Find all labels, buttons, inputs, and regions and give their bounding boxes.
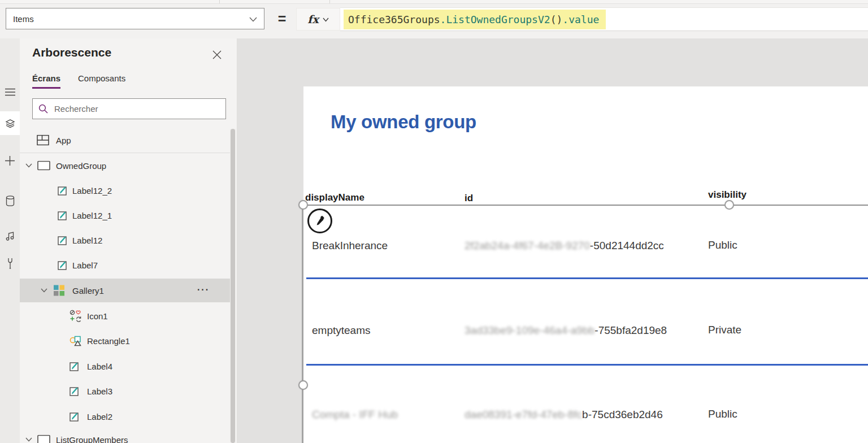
tree-item-label: Label12	[72, 236, 102, 245]
row-separator-line[interactable]	[306, 364, 868, 366]
wrench-icon	[6, 258, 14, 269]
fx-icon: fx	[307, 13, 319, 25]
id-clear-part: b-75cd36eb2d46	[582, 409, 663, 420]
label-icon	[58, 260, 68, 270]
id-blurred-part: dae08391-e7fd-47eb-8fc	[465, 409, 582, 420]
tree-item-label: App	[56, 136, 71, 145]
data-rail-button[interactable]	[0, 189, 20, 212]
tree-scrollbar[interactable]	[230, 129, 236, 443]
tree-item-label: OwnedGroup	[56, 161, 106, 171]
shapes-icon	[70, 335, 82, 346]
tree-item-label: Rectangle1	[87, 336, 130, 346]
fx-dropdown-button[interactable]: fx	[296, 8, 340, 31]
close-panel-button[interactable]	[211, 49, 223, 61]
tree-item-label: Label7	[72, 260, 98, 270]
formula-text-highlighted: Office365Groups.ListOwnedGroupsV2().valu…	[344, 10, 606, 29]
formula-method: .ListOwnedGroupsV2	[440, 14, 550, 25]
tree-item-label: Label12_1	[72, 211, 112, 220]
screen-icon	[37, 161, 50, 171]
cell-visibility: Public	[708, 239, 737, 251]
media-rail-button[interactable]	[0, 224, 20, 248]
tree-item-app[interactable]: App	[20, 128, 231, 153]
music-note-icon	[5, 231, 15, 241]
column-header-id[interactable]: id	[465, 193, 473, 204]
tree-item-label: Label3	[87, 386, 112, 396]
tab-components[interactable]: Composants	[78, 73, 125, 87]
chevron-down-icon	[249, 14, 257, 24]
tree-item-label7[interactable]: Label7	[20, 253, 231, 277]
tree-item-ownedgroup[interactable]: OwnedGroup	[20, 153, 231, 178]
tree-panel-title: Arborescence	[32, 46, 111, 59]
tree-item-listgroupmembers[interactable]: ListGroupMembers	[20, 427, 231, 443]
cell-displayname: emptyteams	[312, 324, 370, 337]
chevron-down-icon	[25, 437, 32, 442]
edit-pencil-icon[interactable]	[307, 209, 332, 233]
scrollbar-thumb[interactable]	[231, 129, 235, 443]
tree-search-input[interactable]	[53, 103, 220, 114]
selection-handle-top-center[interactable]	[724, 200, 734, 210]
tree-item-rectangle1[interactable]: Rectangle1	[20, 328, 231, 353]
label-icon	[70, 386, 80, 396]
formula-parens: ()	[550, 14, 563, 25]
tree-item-label3[interactable]: Label3	[20, 379, 231, 403]
column-header-visibility[interactable]: visibility	[708, 189, 747, 201]
tree-item-label: Label4	[87, 362, 112, 371]
selection-handle-top-left[interactable]	[298, 200, 308, 210]
plus-icon	[5, 156, 15, 166]
id-blurred-part: 3ad33be9-109e-46a4-a9bb	[465, 324, 594, 336]
formula-input[interactable]: Office365Groups.ListOwnedGroupsV2().valu…	[340, 7, 868, 31]
cell-displayname: BreakInherance	[312, 240, 388, 252]
cell-id: 3ad33be9-109e-46a4-a9bb-755bfa2d19e8	[465, 324, 667, 337]
label-icon	[70, 411, 80, 422]
chevron-down-icon	[41, 288, 47, 293]
formula-namespace: Office365Groups	[348, 14, 440, 25]
gallery-top-border	[303, 205, 868, 206]
id-clear-part: -50d2144dd2cc	[590, 240, 664, 251]
column-header-displayname[interactable]: displayName	[305, 192, 364, 203]
search-icon	[38, 104, 48, 114]
label-icon	[58, 235, 68, 245]
tree-item-label: Icon1	[87, 311, 108, 321]
ribbon-divider	[219, 0, 220, 3]
formula-member: .value	[562, 14, 599, 25]
tree-panel: Arborescence Écrans Composants App Owned…	[20, 38, 237, 443]
hamburger-menu-button[interactable]	[0, 80, 20, 104]
property-selector-value: Items	[13, 14, 34, 24]
chevron-down-icon	[25, 163, 32, 168]
app-canvas[interactable]: My owned group displayName id visibility…	[303, 86, 868, 443]
label-icon	[70, 361, 80, 371]
selection-handle-left-middle[interactable]	[298, 380, 308, 390]
tree-item-label: Label12_2	[72, 186, 112, 196]
tree-item-icon1[interactable]: Icon1	[20, 303, 231, 328]
tree-item-gallery1[interactable]: Gallery1 ···	[20, 279, 231, 302]
id-clear-part: -755bfa2d19e8	[594, 324, 667, 336]
cell-id: dae08391-e7fd-47eb-8fcb-75cd36eb2d46	[465, 409, 663, 421]
icons-set-icon	[70, 310, 81, 322]
tree-item-label12-1[interactable]: Label12_1	[20, 203, 231, 228]
close-icon	[212, 50, 222, 59]
insert-rail-button[interactable]	[0, 149, 20, 172]
hamburger-icon	[5, 88, 15, 96]
tab-screens[interactable]: Écrans	[32, 73, 60, 89]
ribbon-strip	[0, 0, 868, 4]
database-icon	[6, 196, 15, 206]
tree-item-label: ListGroupMembers	[56, 435, 128, 443]
ribbon-divider	[329, 0, 330, 3]
tree-item-label12-2[interactable]: Label12_2	[20, 178, 231, 203]
tree-item-label4[interactable]: Label4	[20, 354, 231, 379]
property-selector-dropdown[interactable]: Items	[6, 8, 264, 29]
tree-view-rail-button[interactable]	[0, 111, 20, 135]
chevron-down-icon	[323, 14, 329, 24]
tree-item-label: Label2	[87, 412, 112, 422]
app-icon	[37, 135, 49, 146]
tree-view-icon	[5, 118, 16, 129]
cell-visibility: Public	[708, 408, 737, 420]
advanced-tools-rail-button[interactable]	[0, 251, 20, 275]
tree-item-label12[interactable]: Label12	[20, 228, 231, 253]
tree-item-label2[interactable]: Label2	[20, 404, 231, 429]
tree-search-box[interactable]	[32, 98, 226, 119]
row-separator-line[interactable]	[306, 277, 868, 279]
gallery-icon	[53, 285, 65, 297]
more-options-button[interactable]: ···	[197, 285, 210, 295]
canvas-title-label[interactable]: My owned group	[331, 111, 476, 133]
